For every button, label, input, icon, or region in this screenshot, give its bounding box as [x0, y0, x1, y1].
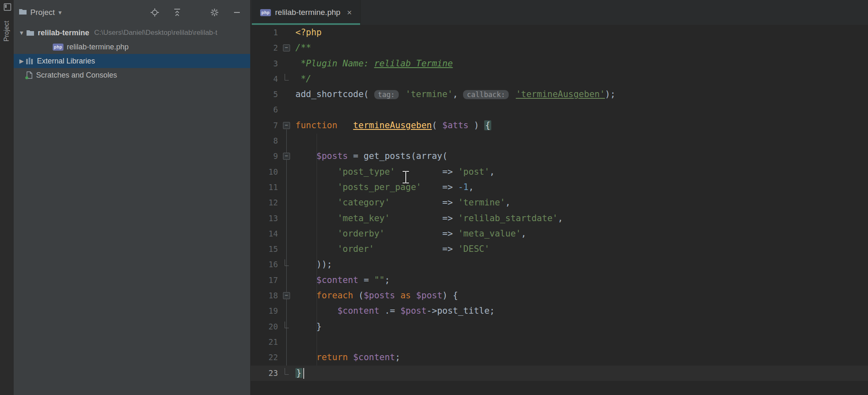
code-line[interactable]: 11 'posts_per_page' => -1, [251, 180, 868, 195]
code-text: *Plugin Name: relilab Termine [295, 56, 868, 71]
fold-marker-icon[interactable] [278, 366, 295, 381]
line-number[interactable]: 21 [251, 334, 278, 350]
line-number[interactable]: 8 [251, 133, 278, 149]
code-line[interactable]: 10 'post_type' => 'post', [251, 164, 868, 180]
line-number[interactable]: 1 [251, 25, 278, 40]
chevron-down-icon[interactable]: ▼ [57, 10, 63, 16]
fold-marker-icon[interactable] [278, 257, 295, 272]
fold-column [278, 273, 295, 288]
line-number[interactable]: 5 [251, 87, 278, 102]
code-text: 'orderby' => 'meta_value', [295, 226, 868, 241]
project-panel-title[interactable]: Project [30, 8, 55, 17]
code-editor[interactable]: 1<?php2−/**3 *Plugin Name: relilab Termi… [251, 25, 868, 395]
project-panel-header: Project ▼ [14, 0, 250, 25]
line-number[interactable]: 23 [251, 366, 278, 381]
code-line[interactable]: 17 $content = ""; [251, 273, 868, 288]
fold-marker-icon[interactable] [278, 319, 295, 334]
code-text: 'order' => 'DESC' [295, 241, 868, 257]
collapse-all-icon[interactable] [172, 7, 182, 17]
stripe-project-label[interactable]: Project [3, 15, 10, 48]
code-text: )); [295, 257, 868, 272]
fold-column [278, 25, 295, 40]
close-tab-icon[interactable]: × [347, 8, 352, 17]
fold-column [278, 226, 295, 241]
line-number[interactable]: 14 [251, 226, 278, 241]
fold-marker-icon[interactable]: − [278, 149, 295, 164]
line-number[interactable]: 13 [251, 211, 278, 226]
code-line[interactable]: 12 'category' => 'termine', [251, 195, 868, 210]
code-text [295, 133, 868, 149]
tree-item-external-libraries[interactable]: ▶ External Libraries [14, 54, 250, 68]
line-number[interactable]: 3 [251, 56, 278, 71]
fold-column [278, 241, 295, 257]
code-line[interactable]: 7−function termineAusgeben( $atts ) { [251, 118, 868, 133]
tool-window-icon[interactable] [4, 3, 11, 11]
php-file-icon: php [53, 44, 63, 51]
code-line[interactable]: 16 )); [251, 257, 868, 272]
chevron-down-icon[interactable]: ▼ [17, 29, 26, 36]
fold-column [278, 87, 295, 102]
code-text: /** [295, 40, 868, 56]
code-text: <?php [295, 25, 868, 40]
code-text: $content = ""; [295, 273, 868, 288]
line-number[interactable]: 6 [251, 102, 278, 117]
code-line[interactable]: 20 } [251, 319, 868, 334]
line-number[interactable]: 7 [251, 118, 278, 133]
folder-icon [26, 29, 34, 36]
line-number[interactable]: 15 [251, 241, 278, 257]
code-text: return $content; [295, 350, 868, 365]
fold-marker-icon[interactable]: − [278, 40, 295, 56]
code-line[interactable]: 2−/** [251, 40, 868, 56]
line-number[interactable]: 18 [251, 288, 278, 303]
code-text: $posts = get_posts(array( [295, 149, 868, 164]
line-number[interactable]: 22 [251, 350, 278, 365]
line-number[interactable]: 2 [251, 40, 278, 56]
fold-marker-icon[interactable] [278, 71, 295, 87]
code-text [295, 102, 868, 117]
fold-marker-icon[interactable]: − [278, 118, 295, 133]
code-line[interactable]: 9− $posts = get_posts(array( [251, 149, 868, 164]
line-number[interactable]: 9 [251, 149, 278, 164]
editor-lines: 1<?php2−/**3 *Plugin Name: relilab Termi… [251, 25, 868, 381]
tree-item-scratches-and-consoles[interactable]: Scratches and Consoles [14, 68, 250, 82]
line-number[interactable]: 17 [251, 273, 278, 288]
code-line[interactable]: 23} [251, 366, 868, 381]
code-line[interactable]: 6 [251, 102, 868, 117]
tree-item-label: relilab-termine [38, 29, 89, 37]
line-number[interactable]: 16 [251, 257, 278, 272]
line-number[interactable]: 20 [251, 319, 278, 334]
settings-icon[interactable] [210, 7, 219, 17]
line-number[interactable]: 19 [251, 303, 278, 319]
code-line[interactable]: 4 */ [251, 71, 868, 87]
code-line[interactable]: 18− foreach ($posts as $post) { [251, 288, 868, 303]
hide-panel-icon[interactable] [232, 7, 242, 17]
code-text: function termineAusgeben( $atts ) { [295, 118, 868, 133]
tree-item-relilab-termine-php[interactable]: php relilab-termine.php [14, 40, 250, 54]
fold-column [278, 303, 295, 319]
code-line[interactable]: 13 'meta_key' => 'relilab_startdate', [251, 211, 868, 226]
tab-relilab-termine-php[interactable]: php relilab-termine.php × [252, 0, 361, 25]
tree-item-label: External Libraries [37, 57, 95, 66]
code-line[interactable]: 8 [251, 133, 868, 149]
tree-item-path: C:\Users\Daniel\Desktop\relilab\relilab-… [94, 29, 217, 37]
locate-icon[interactable] [150, 7, 160, 17]
code-line[interactable]: 21 [251, 334, 868, 350]
code-text: foreach ($posts as $post) { [295, 288, 868, 303]
fold-column [278, 334, 295, 350]
chevron-right-icon[interactable]: ▶ [17, 58, 26, 64]
code-line[interactable]: 15 'order' => 'DESC' [251, 241, 868, 257]
fold-marker-icon[interactable]: − [278, 288, 295, 303]
code-line[interactable]: 14 'orderby' => 'meta_value', [251, 226, 868, 241]
tab-label: relilab-termine.php [275, 8, 340, 17]
code-line[interactable]: 19 $content .= $post->post_title; [251, 303, 868, 319]
code-line[interactable]: 5add_shortcode( tag: 'termine', callback… [251, 87, 868, 102]
tree-item-root-relilab-termine[interactable]: ▼ relilab-termine C:\Users\Daniel\Deskto… [14, 26, 250, 40]
code-line[interactable]: 22 return $content; [251, 350, 868, 365]
code-line[interactable]: 3 *Plugin Name: relilab Termine [251, 56, 868, 71]
code-line[interactable]: 1<?php [251, 25, 868, 40]
line-number[interactable]: 12 [251, 195, 278, 210]
line-number[interactable]: 4 [251, 71, 278, 87]
line-number[interactable]: 10 [251, 164, 278, 180]
line-number[interactable]: 11 [251, 180, 278, 195]
project-tree: ▼ relilab-termine C:\Users\Daniel\Deskto… [14, 25, 250, 82]
